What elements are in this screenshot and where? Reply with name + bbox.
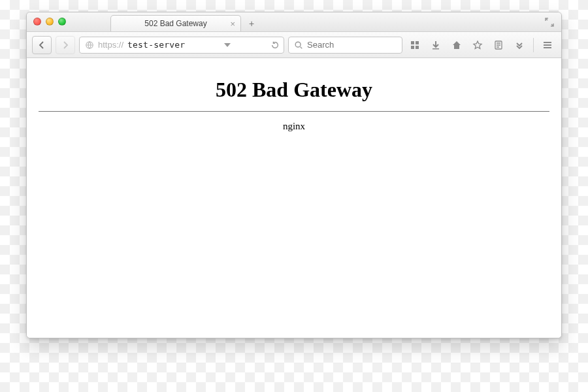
reading-list-button[interactable]: [490, 37, 507, 54]
page-content: 502 Bad Gateway nginx: [27, 58, 561, 338]
svg-rect-3: [416, 41, 419, 44]
overflow-button[interactable]: [511, 37, 528, 54]
url-host: test-server: [127, 40, 185, 50]
svg-point-1: [295, 42, 301, 47]
zoom-window-button[interactable]: [58, 18, 66, 25]
tab-active[interactable]: 502 Bad Gateway ×: [110, 15, 241, 31]
svg-rect-9: [544, 44, 551, 46]
toolbar-separator: [533, 38, 534, 52]
tab-title: 502 Bad Gateway: [144, 19, 206, 28]
new-tab-button[interactable]: +: [244, 16, 259, 31]
menu-button[interactable]: [539, 37, 556, 54]
reload-button[interactable]: [270, 41, 280, 50]
svg-rect-8: [544, 42, 551, 43]
search-bar[interactable]: [288, 37, 402, 54]
titlebar: 502 Bad Gateway × +: [27, 12, 561, 32]
minimize-window-button[interactable]: [46, 18, 54, 25]
svg-rect-6: [433, 48, 439, 50]
search-input[interactable]: [307, 40, 397, 50]
nav-toolbar: https:// test-server: [27, 32, 561, 58]
divider: [39, 111, 549, 112]
bookmark-star-button[interactable]: [469, 37, 486, 54]
browser-window: 502 Bad Gateway × +: [26, 12, 562, 338]
server-name: nginx: [39, 121, 549, 132]
url-scheme: https://: [98, 40, 123, 50]
svg-rect-10: [544, 47, 551, 48]
search-icon: [294, 41, 303, 50]
home-button[interactable]: [448, 37, 465, 54]
site-identity-icon[interactable]: [85, 41, 94, 50]
error-heading: 502 Bad Gateway: [39, 78, 549, 102]
downloads-button[interactable]: [427, 37, 444, 54]
forward-button[interactable]: [56, 36, 75, 54]
svg-rect-2: [411, 41, 414, 44]
close-tab-button[interactable]: ×: [230, 19, 235, 29]
back-button[interactable]: [32, 36, 52, 54]
fullscreen-button[interactable]: [544, 17, 555, 27]
tab-strip: 502 Bad Gateway × +: [110, 12, 259, 31]
svg-rect-4: [411, 46, 414, 49]
tiles-view-button[interactable]: [406, 37, 423, 54]
svg-rect-5: [416, 46, 419, 49]
url-history-dropdown[interactable]: [224, 43, 231, 47]
window-controls: [33, 18, 66, 25]
url-bar[interactable]: https:// test-server: [79, 37, 284, 54]
close-window-button[interactable]: [33, 18, 41, 25]
